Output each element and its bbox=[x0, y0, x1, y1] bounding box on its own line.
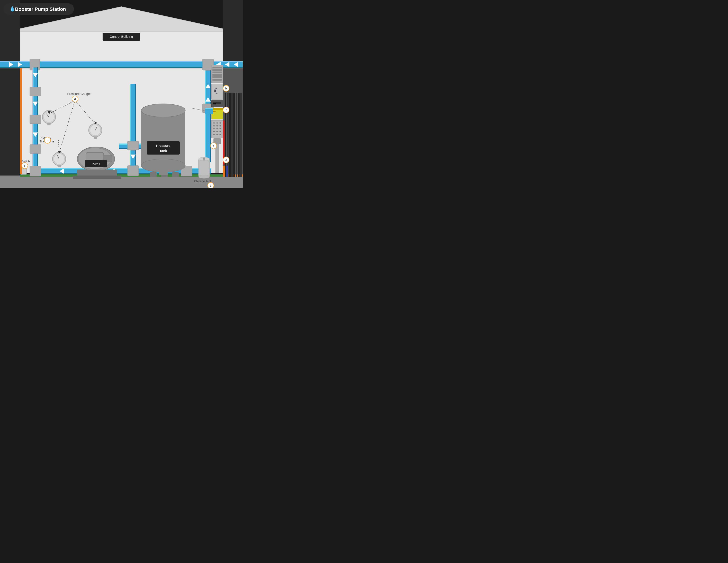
svg-point-114 bbox=[213, 122, 215, 124]
svg-text:g: g bbox=[210, 184, 211, 187]
svg-text:Chlorine Tank: Chlorine Tank bbox=[194, 179, 212, 183]
svg-rect-147 bbox=[240, 93, 242, 177]
svg-text:Tank: Tank bbox=[159, 149, 167, 152]
svg-point-125 bbox=[220, 131, 221, 132]
svg-point-127 bbox=[216, 134, 218, 135]
svg-rect-64 bbox=[77, 169, 117, 176]
svg-rect-130 bbox=[216, 144, 219, 173]
svg-rect-99 bbox=[212, 67, 222, 68]
svg-point-117 bbox=[213, 125, 215, 126]
svg-rect-102 bbox=[212, 74, 222, 76]
svg-rect-40 bbox=[30, 166, 41, 176]
svg-text:h: h bbox=[225, 87, 227, 90]
svg-text:Pump: Pump bbox=[92, 162, 100, 165]
svg-point-126 bbox=[213, 134, 215, 135]
svg-point-116 bbox=[220, 122, 221, 124]
svg-rect-71 bbox=[147, 141, 180, 154]
main-diagram-svg: Pump Pressure Tank bbox=[0, 0, 243, 188]
svg-rect-59 bbox=[128, 165, 139, 176]
svg-rect-109 bbox=[213, 103, 216, 104]
diagram-container: Pump Pressure Tank bbox=[0, 0, 243, 188]
svg-rect-143 bbox=[231, 93, 233, 177]
svg-point-121 bbox=[216, 128, 218, 129]
svg-rect-65 bbox=[73, 175, 121, 179]
svg-rect-149 bbox=[226, 165, 228, 177]
svg-rect-24 bbox=[30, 87, 41, 96]
svg-rect-32 bbox=[210, 67, 211, 162]
svg-rect-58 bbox=[128, 141, 139, 150]
svg-point-69 bbox=[141, 104, 185, 117]
svg-point-123 bbox=[213, 131, 215, 132]
svg-rect-139 bbox=[20, 68, 22, 174]
svg-text:Booster Pump Station: Booster Pump Station bbox=[15, 6, 66, 12]
svg-point-70 bbox=[141, 159, 185, 172]
svg-rect-89 bbox=[58, 165, 61, 167]
svg-point-124 bbox=[216, 131, 218, 132]
svg-rect-104 bbox=[212, 79, 222, 81]
svg-rect-57 bbox=[135, 84, 136, 146]
svg-rect-100 bbox=[212, 69, 222, 71]
svg-rect-76 bbox=[172, 172, 179, 177]
svg-rect-140 bbox=[225, 93, 226, 177]
svg-rect-3 bbox=[0, 0, 20, 188]
svg-rect-142 bbox=[229, 93, 231, 177]
svg-point-118 bbox=[216, 125, 218, 126]
svg-point-122 bbox=[220, 128, 221, 129]
svg-point-133 bbox=[199, 175, 210, 178]
svg-rect-68 bbox=[141, 110, 185, 165]
svg-text:Pressure Gauges: Pressure Gauges bbox=[67, 92, 91, 96]
svg-point-119 bbox=[220, 125, 221, 126]
svg-rect-141 bbox=[227, 93, 229, 177]
svg-rect-31 bbox=[205, 67, 206, 162]
svg-rect-25 bbox=[30, 115, 41, 124]
svg-text:d: d bbox=[74, 98, 76, 101]
svg-rect-148 bbox=[223, 165, 225, 177]
svg-rect-111 bbox=[211, 108, 223, 110]
svg-point-115 bbox=[216, 122, 218, 124]
svg-text:b: b bbox=[24, 164, 25, 167]
svg-point-135 bbox=[203, 157, 205, 160]
svg-text:e: e bbox=[225, 158, 227, 162]
svg-rect-2 bbox=[20, 32, 223, 173]
svg-rect-144 bbox=[233, 93, 235, 177]
svg-point-128 bbox=[220, 134, 221, 135]
svg-text:Pressure: Pressure bbox=[156, 144, 170, 147]
svg-text:c: c bbox=[47, 139, 48, 142]
svg-rect-146 bbox=[238, 93, 240, 177]
svg-rect-81 bbox=[47, 123, 51, 125]
svg-rect-101 bbox=[212, 71, 222, 73]
svg-text:☾: ☾ bbox=[214, 86, 221, 96]
svg-text:💧: 💧 bbox=[9, 6, 15, 12]
svg-point-120 bbox=[213, 128, 215, 129]
svg-rect-131 bbox=[199, 159, 210, 177]
svg-rect-103 bbox=[212, 76, 222, 78]
svg-rect-77 bbox=[159, 172, 168, 175]
svg-text:a: a bbox=[213, 144, 214, 147]
svg-text:Control Building: Control Building bbox=[110, 35, 133, 38]
svg-rect-85 bbox=[94, 136, 97, 139]
svg-rect-26 bbox=[30, 145, 41, 153]
svg-rect-152 bbox=[205, 108, 213, 109]
svg-rect-145 bbox=[236, 93, 237, 177]
svg-rect-112 bbox=[212, 111, 216, 112]
svg-rect-74 bbox=[150, 172, 157, 177]
svg-rect-56 bbox=[130, 84, 131, 146]
